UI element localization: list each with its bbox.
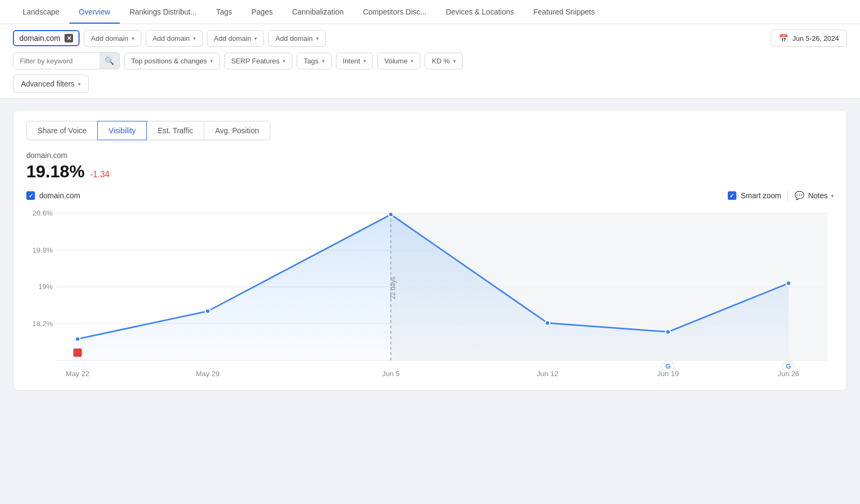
stat-domain-label: domain.com — [26, 151, 834, 160]
intent-filter-button[interactable]: Intent ▾ — [336, 53, 374, 69]
tab-share-of-voice[interactable]: Share of Voice — [26, 121, 98, 140]
stat-percentage: 19.18% — [26, 162, 85, 182]
kd-filter-button[interactable]: KD % ▾ — [425, 53, 462, 69]
svg-text:G: G — [786, 363, 791, 370]
chevron-down-icon: ▾ — [316, 35, 319, 41]
add-domain-4-button[interactable]: Add domain ▾ — [268, 30, 325, 47]
legend-right: Smart zoom 💬 Notes ▾ — [728, 190, 834, 201]
svg-text:Jun 12: Jun 12 — [536, 370, 558, 378]
keyword-filter-input[interactable] — [13, 53, 99, 69]
keyword-filter-wrap: 🔍 — [13, 52, 120, 69]
notes-icon: 💬 — [794, 191, 805, 200]
serp-features-filter-button[interactable]: SERP Features ▾ — [224, 53, 292, 69]
domain-label: domain.com — [19, 34, 60, 42]
calendar-icon: 📅 — [779, 34, 788, 42]
svg-text:19.8%: 19.8% — [32, 246, 53, 254]
chart-svg: 22 days 20.6% 19.8% 19% 18.2% — [26, 207, 834, 379]
advanced-filters-label: Advanced filters — [21, 80, 75, 88]
main-content: Share of Voice Visibility Est. Traffic A… — [0, 99, 860, 401]
domain-remove-button[interactable]: ✕ — [64, 34, 73, 42]
keyword-search-button[interactable]: 🔍 — [99, 53, 119, 69]
svg-text:Jun 5: Jun 5 — [382, 370, 400, 378]
notes-label: Notes — [808, 191, 828, 200]
date-range-label: Jun 5-26, 2024 — [792, 34, 839, 42]
nav-competitors[interactable]: Competitors Disc... — [353, 0, 436, 24]
nav-rankings[interactable]: Rankings Distribut... — [120, 0, 206, 24]
date-range-button[interactable]: 📅 Jun 5-26, 2024 — [771, 30, 847, 47]
svg-text:19%: 19% — [38, 283, 53, 291]
chevron-down-icon: ▾ — [283, 58, 285, 64]
advanced-filters-button[interactable]: Advanced filters ▾ — [13, 75, 89, 93]
nav-overview[interactable]: Overview — [69, 0, 120, 24]
add-domain-2-button[interactable]: Add domain ▾ — [146, 30, 203, 47]
svg-text:May 22: May 22 — [66, 370, 89, 378]
legend-row: domain.com Smart zoom 💬 Notes ▾ — [26, 190, 834, 201]
top-navigation: Landscape Overview Rankings Distribut...… — [0, 0, 860, 24]
svg-text:May 29: May 29 — [196, 370, 219, 378]
nav-landscape[interactable]: Landscape — [13, 0, 69, 24]
svg-point-14 — [205, 309, 210, 314]
chevron-down-icon: ▾ — [831, 193, 834, 199]
chevron-down-icon: ▾ — [254, 35, 257, 41]
svg-text:G: G — [665, 363, 671, 370]
tab-visibility[interactable]: Visibility — [97, 121, 147, 140]
notes-button[interactable]: 💬 Notes ▾ — [794, 191, 834, 200]
chevron-down-icon: ▾ — [132, 35, 134, 41]
smart-zoom-checkbox[interactable] — [728, 191, 736, 200]
legend-domain-label: domain.com — [39, 191, 80, 200]
chevron-down-icon: ▾ — [453, 58, 456, 64]
svg-point-17 — [665, 329, 670, 334]
toolbar: domain.com ✕ Add domain ▾ Add domain ▾ A… — [0, 24, 860, 99]
legend-left: domain.com — [26, 191, 80, 200]
chevron-down-icon: ▾ — [363, 58, 366, 64]
chevron-down-icon: ▾ — [193, 35, 196, 41]
svg-point-15 — [389, 212, 393, 217]
svg-rect-19 — [73, 349, 82, 357]
domain-tag: domain.com ✕ — [13, 30, 80, 46]
svg-text:Jun 19: Jun 19 — [657, 370, 679, 378]
chevron-down-icon: ▾ — [411, 58, 413, 64]
svg-point-16 — [545, 321, 550, 326]
tags-filter-button[interactable]: Tags ▾ — [297, 53, 331, 69]
chart-card: Share of Voice Visibility Est. Traffic A… — [13, 110, 847, 391]
chevron-down-icon: ▾ — [210, 58, 213, 64]
svg-text:18.2%: 18.2% — [32, 320, 53, 328]
add-domain-1-button[interactable]: Add domain ▾ — [84, 30, 141, 47]
stat-value-wrap: 19.18% -1.34 — [26, 162, 834, 182]
nav-cannibalization[interactable]: Cannibalization — [282, 0, 353, 24]
smart-zoom-label: Smart zoom — [741, 191, 781, 200]
add-domain-3-button[interactable]: Add domain ▾ — [207, 30, 264, 47]
chart-tabs: Share of Voice Visibility Est. Traffic A… — [26, 121, 834, 140]
nav-tags[interactable]: Tags — [206, 0, 242, 24]
tab-avg-position[interactable]: Avg. Position — [204, 121, 270, 140]
svg-text:Jun 26: Jun 26 — [778, 370, 799, 378]
vertical-divider — [787, 190, 788, 201]
volume-filter-button[interactable]: Volume ▾ — [377, 53, 420, 69]
top-positions-filter-button[interactable]: Top positions & changes ▾ — [124, 53, 220, 69]
smart-zoom-wrap: Smart zoom — [728, 191, 781, 200]
svg-point-13 — [75, 337, 80, 342]
nav-devices-locations[interactable]: Devices & Locations — [436, 0, 524, 24]
svg-point-18 — [786, 281, 791, 286]
domain-legend-checkbox[interactable] — [26, 191, 35, 200]
nav-pages[interactable]: Pages — [242, 0, 283, 24]
svg-text:20.6%: 20.6% — [32, 210, 53, 218]
chevron-down-icon: ▾ — [78, 81, 81, 87]
stat-delta: -1.34 — [90, 170, 110, 179]
chart-area: 22 days 20.6% 19.8% 19% 18.2% — [26, 207, 834, 379]
tab-est-traffic[interactable]: Est. Traffic — [146, 121, 204, 140]
chevron-down-icon: ▾ — [322, 58, 325, 64]
search-icon: 🔍 — [105, 56, 114, 65]
nav-featured-snippets[interactable]: Featured Snippets — [524, 0, 604, 24]
